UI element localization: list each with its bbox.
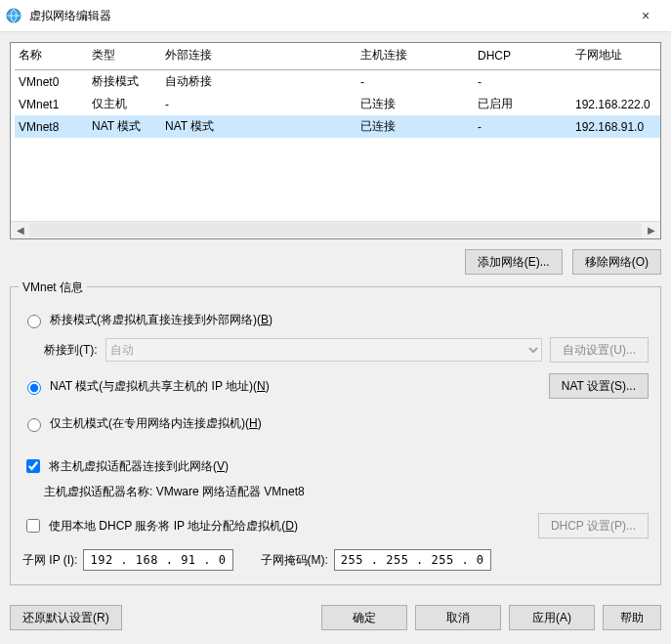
network-table: 名称 类型 外部连接 主机连接 DHCP 子网地址 VMnet0桥接模式 自动桥… xyxy=(10,42,661,239)
subnet-mask-label: 子网掩码(M): xyxy=(261,552,328,569)
host-adapter-checkbox-label[interactable]: 将主机虚拟适配器连接到此网络(V) xyxy=(22,456,229,476)
content-area: 名称 类型 外部连接 主机连接 DHCP 子网地址 VMnet0桥接模式 自动桥… xyxy=(0,32,671,593)
scroll-right-icon[interactable]: ▶ xyxy=(643,223,659,237)
restore-defaults-button[interactable]: 还原默认设置(R) xyxy=(10,605,122,630)
auto-settings-button[interactable]: 自动设置(U)... xyxy=(550,337,649,363)
nat-radio-label[interactable]: NAT 模式(与虚拟机共享主机的 IP 地址)(N) xyxy=(22,378,270,395)
col-subnet[interactable]: 子网地址 xyxy=(571,43,660,70)
host-adapter-checkbox[interactable] xyxy=(26,459,40,473)
ok-button[interactable]: 确定 xyxy=(321,605,407,630)
subnet-mask-input[interactable]: 255 . 255 . 255 . 0 xyxy=(334,549,491,571)
dialog-footer: 还原默认设置(R) 确定 取消 应用(A) 帮助 xyxy=(0,593,671,644)
col-dhcp[interactable]: DHCP xyxy=(474,43,571,70)
window-title: 虚拟网络编辑器 xyxy=(29,8,626,24)
app-icon xyxy=(6,8,21,23)
scroll-left-icon[interactable]: ◀ xyxy=(12,223,28,237)
table-row[interactable]: VMnet1仅主机 -已连接 已启用192.168.222.0 xyxy=(15,93,660,115)
host-adapter-name: 主机虚拟适配器名称: VMware 网络适配器 VMnet8 xyxy=(44,484,305,500)
horizontal-scrollbar[interactable]: ◀ ▶ xyxy=(11,221,660,238)
bridge-to-label: 桥接到(T): xyxy=(44,342,98,359)
apply-button[interactable]: 应用(A) xyxy=(509,605,595,630)
col-type[interactable]: 类型 xyxy=(88,43,161,70)
vmnet-info-group: VMnet 信息 桥接模式(将虚拟机直接连接到外部网络)(B) 桥接到(T): … xyxy=(10,286,661,585)
table-row[interactable]: VMnet0桥接模式 自动桥接- - xyxy=(15,70,660,94)
table-row-selected[interactable]: VMnet8NAT 模式 NAT 模式已连接 -192.168.91.0 xyxy=(15,115,660,138)
bridge-radio-label[interactable]: 桥接模式(将虚拟机直接连接到外部网络)(B) xyxy=(22,312,273,328)
vmnet-info-legend: VMnet 信息 xyxy=(19,279,87,296)
dhcp-settings-button[interactable]: DHCP 设置(P)... xyxy=(538,513,649,538)
scroll-track[interactable] xyxy=(29,223,642,237)
subnet-ip-input[interactable]: 192 . 168 . 91 . 0 xyxy=(83,549,232,571)
bridge-to-combo[interactable]: 自动 xyxy=(105,338,543,362)
nat-radio[interactable] xyxy=(27,381,41,395)
col-external[interactable]: 外部连接 xyxy=(161,43,356,70)
close-button[interactable]: × xyxy=(626,0,665,31)
bridge-radio[interactable] xyxy=(27,315,41,328)
hostonly-radio-label[interactable]: 仅主机模式(在专用网络内连接虚拟机)(H) xyxy=(22,415,262,432)
remove-network-button[interactable]: 移除网络(O) xyxy=(572,249,661,275)
virtual-network-editor-window: 虚拟网络编辑器 × 名称 类型 外部连接 主机连接 xyxy=(0,0,671,644)
help-button[interactable]: 帮助 xyxy=(603,605,661,630)
dhcp-checkbox[interactable] xyxy=(26,519,40,533)
subnet-ip-label: 子网 IP (I): xyxy=(22,552,77,569)
dhcp-checkbox-label[interactable]: 使用本地 DHCP 服务将 IP 地址分配给虚拟机(D) xyxy=(22,516,298,536)
cancel-button[interactable]: 取消 xyxy=(415,605,501,630)
titlebar: 虚拟网络编辑器 × xyxy=(0,0,671,32)
add-network-button[interactable]: 添加网络(E)... xyxy=(465,249,563,275)
col-host[interactable]: 主机连接 xyxy=(356,43,474,70)
hostonly-radio[interactable] xyxy=(27,418,41,432)
table-header-row: 名称 类型 外部连接 主机连接 DHCP 子网地址 xyxy=(15,43,660,70)
col-name[interactable]: 名称 xyxy=(15,43,88,70)
nat-settings-button[interactable]: NAT 设置(S)... xyxy=(549,373,649,399)
